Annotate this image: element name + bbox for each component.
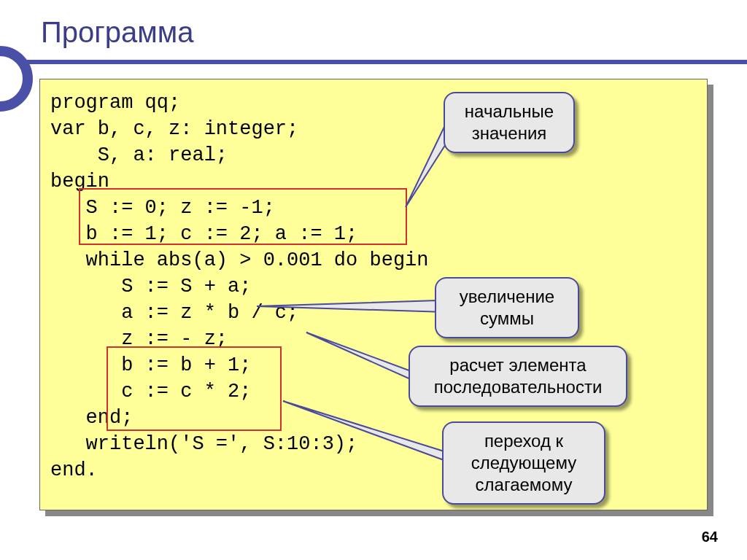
header-rule (0, 60, 747, 64)
code-line: while abs(a) > 0.001 do begin (50, 249, 428, 271)
code-line: program qq; (50, 92, 180, 114)
code-line: S := S + a; (50, 276, 251, 298)
code-line: a := z * b / c; (50, 302, 298, 324)
code-line: b := b + 1; (50, 354, 251, 376)
page-number: 64 (702, 529, 718, 545)
code-line: end; (50, 407, 133, 429)
callout-element-calc: расчет элемента последовательности (409, 346, 627, 407)
code-line: S := 0; z := -1; (50, 197, 275, 219)
callout-sum-increase: увеличение суммы (435, 277, 579, 338)
code-line: b := 1; c := 2; a := 1; (50, 223, 357, 245)
code-line: z := - z; (50, 328, 228, 350)
code-box: program qq; var b, c, z: integer; S, a: … (39, 79, 708, 510)
code-line: writeln('S =', S:10:3); (50, 433, 357, 455)
corner-circle-icon (0, 46, 33, 112)
code-line: begin (50, 171, 109, 192)
callout-next-term: переход к следующему слагаемому (442, 421, 605, 505)
code-line: var b, c, z: integer; (50, 118, 298, 140)
code-line: S, a: real; (50, 144, 228, 166)
code-line: end. (50, 459, 98, 481)
slide-title: Программа (41, 16, 194, 49)
callout-initial-values: начальные значения (444, 92, 575, 153)
code-line: c := c * 2; (50, 381, 251, 402)
